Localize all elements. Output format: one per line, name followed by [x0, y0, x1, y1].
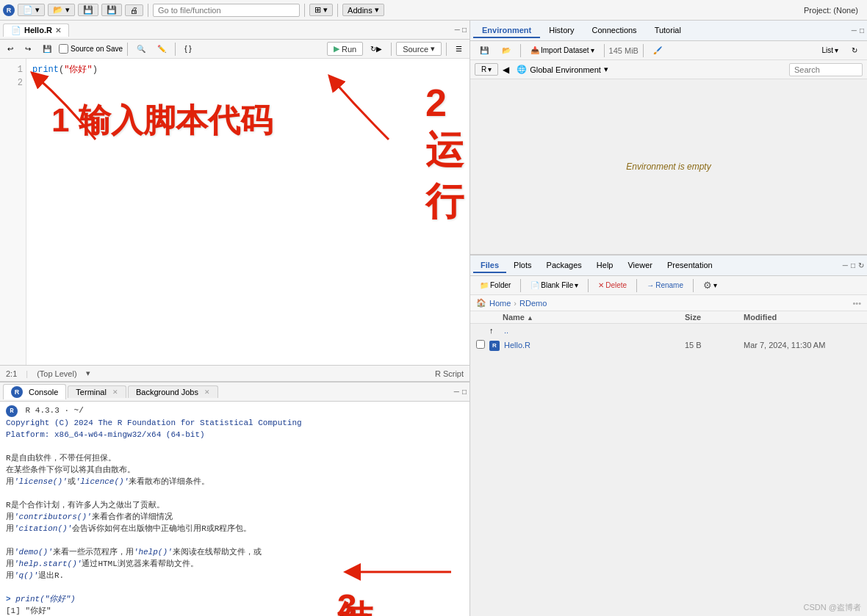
env-empty-message: Environment is empty — [626, 162, 710, 172]
new-file-button[interactable]: 📄 ▾ — [18, 4, 45, 16]
print-button[interactable]: 🖨 — [125, 4, 143, 16]
files-refresh-icon[interactable]: ↻ — [858, 261, 864, 269]
bg-jobs-tab-label: Background Jobs — [136, 388, 198, 396]
hello-r-name[interactable]: Hello.R — [504, 341, 685, 349]
env-search-input[interactable] — [789, 63, 863, 76]
hello-r-checkbox[interactable] — [476, 340, 489, 350]
source-on-save-checkbox[interactable] — [59, 44, 68, 54]
q-code: 'q()' — [14, 571, 38, 580]
layout-button[interactable]: ⊞ ▾ — [309, 4, 333, 16]
parent-name[interactable]: .. — [504, 326, 685, 335]
redo-button[interactable]: ↪ — [21, 43, 35, 54]
files-table-header: Name ▲ Size Modified — [470, 311, 867, 324]
rename-button[interactable]: → Rename — [641, 280, 688, 291]
files-minimize-icon[interactable]: ─ — [843, 261, 848, 269]
global-env-label: Global Environment — [530, 65, 601, 74]
tab-viewer[interactable]: Viewer — [620, 258, 659, 273]
editor-tab-hello-r[interactable]: 📄 Hello.R ✕ — [3, 23, 69, 37]
list-arrow: ▾ — [835, 46, 838, 54]
tab-files[interactable]: Files — [473, 258, 506, 273]
r-dropdown-button[interactable]: R ▾ — [475, 63, 498, 76]
modified-col-header[interactable]: Modified — [744, 313, 861, 322]
open-file-button[interactable]: 📂 ▾ — [48, 4, 75, 16]
undo-button[interactable]: ↩ — [3, 43, 18, 54]
tab-packages[interactable]: Packages — [539, 258, 589, 273]
console-tab-bg-jobs[interactable]: Background Jobs ✕ — [128, 385, 218, 398]
source-on-save-label: Source on Save — [59, 44, 123, 54]
tab-history[interactable]: History — [540, 23, 583, 38]
files-path-bar: 🏠 Home › RDemo ••• — [470, 295, 867, 311]
console-tab-terminal[interactable]: Terminal ✕ — [68, 385, 126, 398]
code-content[interactable]: print("你好") — [26, 59, 470, 365]
go-to-input[interactable] — [153, 4, 300, 17]
editor-tab-bar: 📄 Hello.R ✕ ─ □ — [0, 21, 470, 40]
env-refresh-button[interactable]: ↻ — [846, 45, 863, 56]
open-btn-arrow: ▾ — [65, 5, 70, 15]
env-sep-1 — [520, 44, 521, 57]
terminal-close[interactable]: ✕ — [112, 388, 118, 396]
import-dataset-label: Import Dataset — [541, 46, 589, 54]
new-folder-button[interactable]: 📁 Folder — [475, 280, 516, 291]
tab-connections[interactable]: Connections — [583, 23, 645, 38]
editor-minimize-icon[interactable]: ─ — [455, 26, 460, 34]
console-minimize-icon[interactable]: ─ — [454, 388, 459, 396]
tab-help[interactable]: Help — [589, 258, 621, 273]
run-button[interactable]: ▶ Run — [327, 42, 363, 56]
save-all-button[interactable]: 💾 — [101, 4, 122, 16]
collab-line-2: R是个合作计划，有许多人为之做出了贡献。 — [6, 499, 464, 511]
code-line-2 — [32, 76, 464, 90]
editor-maximize-icon[interactable]: □ — [462, 26, 467, 34]
env-maximize-icon[interactable]: □ — [860, 26, 864, 35]
print-cmd: print("你好") — [15, 595, 75, 604]
global-env-selector[interactable]: 🌐 Global Environment ▾ — [517, 65, 608, 74]
load-env-button[interactable]: 📂 — [497, 45, 516, 56]
more-button[interactable]: ⚙ ▾ — [698, 278, 722, 292]
env-sep-3 — [643, 44, 644, 57]
name-col-header[interactable]: Name ▲ — [503, 313, 685, 322]
env-panel: Environment History Connections Tutorial… — [470, 21, 867, 256]
parent-dir-row[interactable]: ↑ .. — [470, 324, 867, 338]
tab-presentation[interactable]: Presentation — [660, 258, 720, 273]
status-bar: 2:1 | (Top Level) ▾ R Script — [0, 365, 470, 381]
console-maximize-icon[interactable]: □ — [462, 388, 467, 396]
save-button[interactable]: 💾 — [78, 4, 98, 16]
import-dataset-button[interactable]: 📥 Import Dataset ▾ — [525, 45, 600, 56]
size-col-header[interactable]: Size — [685, 313, 744, 322]
save-env-button[interactable]: 💾 — [475, 45, 494, 56]
brush-button[interactable]: 🖌️ — [648, 45, 667, 56]
editor-tab-close[interactable]: ✕ — [55, 26, 61, 35]
files-maximize-icon[interactable]: □ — [851, 261, 855, 269]
terminal-tab-label: Terminal — [76, 388, 107, 396]
hello-r-check[interactable] — [476, 340, 485, 349]
path-home[interactable]: Home — [489, 299, 511, 308]
tab-tutorial[interactable]: Tutorial — [646, 23, 690, 38]
run-play-icon: ▶ — [334, 44, 339, 54]
console-tab-console[interactable]: R Console — [3, 384, 66, 399]
search-editor-button[interactable]: 🔍 — [132, 43, 150, 54]
env-content: Environment is empty — [470, 79, 867, 254]
tab-plots[interactable]: Plots — [506, 258, 539, 273]
freedom-line-2: R是自由软件，不带任何担保。 — [6, 452, 464, 464]
console-content[interactable]: R R 4.3.3 · ~/ Copyright (C) 2024 The R … — [0, 402, 470, 616]
console-r-icon-2: R — [6, 405, 18, 417]
blank-4 — [6, 581, 464, 593]
blank-file-button[interactable]: 📄 Blank File ▾ — [525, 280, 583, 291]
file-row-hello-r[interactable]: R Hello.R 15 B Mar 7, 2024, 11:30 AM — [470, 338, 867, 354]
source-button[interactable]: Source ▾ — [396, 42, 442, 56]
edit-button[interactable]: ✏️ — [153, 43, 170, 54]
delete-button[interactable]: ✕ Delete — [593, 280, 632, 291]
files-sep-4 — [693, 279, 694, 292]
editor-tab-icon: 📄 — [11, 26, 21, 35]
code-nav-button[interactable]: { } — [180, 43, 195, 54]
list-button[interactable]: List ▾ — [816, 45, 843, 56]
tab-environment[interactable]: Environment — [473, 23, 540, 38]
r-dropdown-arrow: ▾ — [488, 65, 492, 73]
path-rdemo[interactable]: RDemo — [519, 299, 547, 308]
r-file-icon: R — [489, 341, 500, 351]
save-editor-button[interactable]: 💾 — [38, 43, 56, 54]
bgjobs-close[interactable]: ✕ — [204, 388, 210, 396]
menu-button[interactable]: ☰ — [451, 43, 467, 54]
re-run-button[interactable]: ↻▶ — [366, 43, 386, 54]
env-minimize-icon[interactable]: ─ — [852, 26, 857, 35]
addins-button[interactable]: Addins ▾ — [342, 4, 384, 16]
